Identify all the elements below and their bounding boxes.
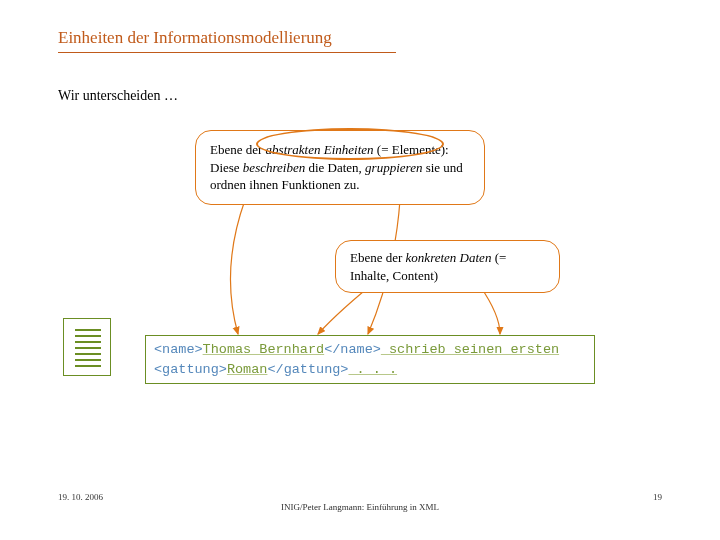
tag-gattung-close: </gattung> <box>267 362 348 377</box>
page-title: Einheiten der Informationsmodellierung <box>58 28 332 48</box>
footer-date: 19. 10. 2006 <box>58 492 103 502</box>
b1-t3: die Daten, <box>305 160 365 175</box>
text-mid: schrieb seinen ersten <box>381 342 559 357</box>
b2-t1: Ebene der <box>350 250 406 265</box>
b1-t1: Ebene der <box>210 142 266 157</box>
footer-attribution: INIG/Peter Langmann: Einführung in XML <box>0 502 720 512</box>
intro-text: Wir unterscheiden … <box>58 88 178 104</box>
xml-example: <name>Thomas Bernhard</name> schrieb sei… <box>145 335 595 384</box>
text-gattung: Roman <box>227 362 268 377</box>
tag-name-open: <name> <box>154 342 203 357</box>
b1-em1: abstrakten Einheiten <box>266 142 374 157</box>
tag-name-close: </name> <box>324 342 381 357</box>
footer-page-number: 19 <box>653 492 662 502</box>
b1-em2: beschreiben <box>243 160 305 175</box>
text-tail: . . . <box>348 362 397 377</box>
document-icon <box>63 318 111 376</box>
b2-em1: konkreten Daten <box>406 250 492 265</box>
bubble-concrete-data: Ebene der konkreten Daten (= Inhalte, Co… <box>335 240 560 293</box>
bubble-abstract-units: Ebene der abstrakten Einheiten (= Elemen… <box>195 130 485 205</box>
b1-em3: gruppieren <box>365 160 422 175</box>
title-underline <box>58 52 396 53</box>
text-name: Thomas Bernhard <box>203 342 325 357</box>
tag-gattung-open: <gattung> <box>154 362 227 377</box>
